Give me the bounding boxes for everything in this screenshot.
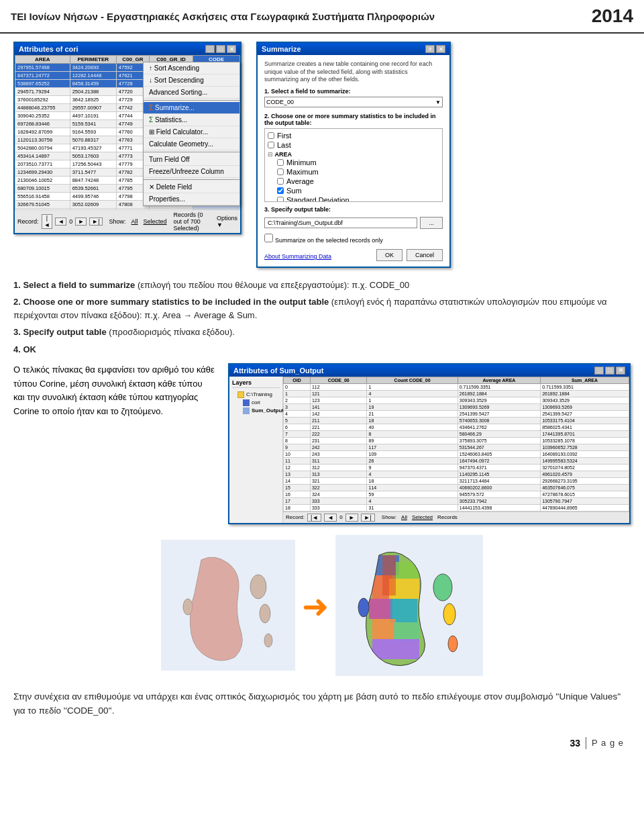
sum-table-row: 14321183211713.4484292668273.3195 [284,477,629,484]
sum-table-row: 11214261892.1884261892.1884 [284,390,629,397]
sum-table-row: 173334305233.79421305790.7947 [284,497,629,504]
so-minimize-btn[interactable]: _ [594,367,604,375]
context-menu-item-6[interactable]: Calculate Geometry... [144,138,239,150]
sum-help-btn[interactable]: ? [425,45,435,53]
layer-path: C:\Training [246,391,272,397]
second-right: Attributes of Sum_Output _ □ ✕ Layers C:… [228,363,631,524]
sum-all[interactable]: All [401,514,407,520]
cancel-button[interactable]: Cancel [407,249,443,261]
summarize-selected-checkbox[interactable] [264,234,273,242]
ok-button[interactable]: OK [376,249,402,261]
page-number: 33 [570,738,580,748]
sum-table-row: 1532211440660202.8600463507646.075 [284,484,629,491]
map-left-svg [161,540,295,671]
all-label[interactable]: All [131,218,138,225]
layer-sum-item[interactable]: Sum_Output [232,407,280,415]
summarize-title-buttons[interactable]: ? ✕ [425,45,445,53]
page-label: P a g e [592,738,624,748]
record-value: 0 [69,218,72,225]
record-label2: Record: [286,514,305,520]
records-info: Records (0 out of 700 Selected) [174,211,211,232]
sum-record-bar: Record: |◄ ◄ 0 ► ►| Show: All Selected R… [283,512,629,523]
minimize-btn[interactable]: _ [205,45,215,53]
layers-title: Layers [232,379,280,388]
so-maximize-btn[interactable]: □ [605,367,614,375]
page-footer: 33 P a g e [0,737,644,763]
step1-label: 1. Select a field to summarize: [264,88,443,95]
bottom-paragraph: Στην συνέχεια αν επιθυμούμε να υπάρχει κ… [13,689,631,718]
sum-prev-btn[interactable]: ◄ [324,514,337,522]
sum-selected[interactable]: Selected [412,514,433,520]
field-select[interactable]: CODE_00 [264,97,443,107]
so-close-btn[interactable]: ✕ [616,367,625,375]
sum-col-code[interactable]: CODE_00 [310,377,367,383]
sum-table-row: 1331341140295.11454961020.4579 [284,471,629,477]
svg-point-2 [260,604,270,623]
map-row: ➜ [13,535,631,679]
about-link[interactable]: About Summarizing Data [264,253,331,260]
dialog-bottom: About Summarizing Data OK Cancel [264,249,443,261]
summarize-selected-row: Summarize on the selected records only [264,234,443,244]
sum-close-btn[interactable]: ✕ [436,45,445,53]
sum-output-titlebar: Attributes of Sum_Output _ □ ✕ [229,365,629,377]
context-menu-item-7[interactable]: Turn Field Off [144,154,239,166]
first-record-btn[interactable]: |◄ [42,214,53,229]
context-menu-item-2[interactable]: Advanced Sorting... [144,87,239,99]
sum-col-count[interactable]: Count CODE_00 [367,377,458,383]
browse-output-btn[interactable]: ... [420,217,443,229]
output-path[interactable]: C:\Training\Sum_Output.dbf [264,218,417,228]
maximize-btn[interactable]: □ [216,45,225,53]
context-menu: ↑ Sort Ascending↓ Sort DescendingAdvance… [143,62,240,206]
svg-point-4 [264,634,272,647]
screenshots-row: Attributes of cori _ □ ✕ AREA PERIMETER [13,42,631,268]
attr-table-nav: Record: |◄ ◄ 0 ► ►| Show: All Selected R… [15,209,240,233]
context-menu-item-0[interactable]: ↑ Sort Ascending [144,62,239,75]
sum-col-oid[interactable]: OID [284,377,311,383]
context-menu-item-10[interactable]: Properties... [144,193,239,205]
options-btn[interactable]: Options ▼ [217,215,237,228]
sum-first-btn[interactable]: |◄ [307,514,321,522]
step3-label: 3. Specify output table: [264,206,443,213]
col-perimeter[interactable]: PERIMETER [70,56,116,64]
second-section-row: Ο τελικός πίνακας θα εμφανίσει τον αριθμ… [13,363,631,524]
header-title: ΤΕΙ Ιονίων Νήσων - Εργαστηριακές Ασκήσει… [11,11,435,22]
arrow-container: ➜ [302,577,329,636]
attr-title-buttons[interactable]: _ □ ✕ [205,45,236,53]
selected-label[interactable]: Selected [144,218,167,225]
sum-next-btn[interactable]: ► [345,514,358,522]
context-menu-item-3[interactable]: Σ Summarize... [144,102,239,114]
text-section-1: 1. Select a field to summarize (επιλογή … [13,279,631,356]
sum-records-label: Records [437,514,458,520]
sum-output-panel: Layers C:\Training cori Sum_Output [229,377,629,523]
sum-table-row: 011210.711599.33510.711599.3351 [284,383,629,390]
summarize-dialog: Summarize ? ✕ Summarize creates a new ta… [256,42,451,268]
text-step4: 4. ΟΚ [13,343,631,356]
sum-table-row: 622140434641.27628586025.4341 [284,424,629,430]
next-record-btn[interactable]: ► [75,218,87,226]
text-step2: 2. Choose one or more summary statistics… [13,295,631,322]
sum-output-title-buttons[interactable]: _ □ ✕ [594,367,625,375]
second-description: Ο τελικός πίνακας θα εμφανίσει τον αριθμ… [13,363,215,419]
context-menu-item-4[interactable]: Σ Statistics... [144,114,239,126]
sum-col-avg[interactable]: Average AREA [458,377,540,383]
context-menu-item-1[interactable]: ↓ Sort Descending [144,75,239,87]
bottom-text: Στην συνέχεια αν επιθυμούμε να υπάρχει κ… [13,689,631,718]
area-group-label: ⊟ AREA [268,150,439,158]
summarize-container: Summarize ? ✕ Summarize creates a new ta… [256,42,451,268]
col-area[interactable]: AREA [15,56,70,64]
area-stats: Minimum Maximum Average Sum Standard Dev… [268,158,439,202]
field-value: CODE_00 [266,99,294,105]
close-btn[interactable]: ✕ [227,45,236,53]
step2-label: 2. Choose one or more summary statistics… [264,113,443,126]
context-menu-item-8[interactable]: Freeze/Unfreeze Column [144,166,239,178]
prev-record-btn[interactable]: ◄ [55,218,66,226]
cori-layer-icon [243,399,250,406]
svg-rect-15 [382,555,396,595]
page-divider [586,737,586,749]
sum-col-sum[interactable]: Sum_AREA [541,377,629,383]
context-menu-item-9[interactable]: ✕ Delete Field [144,181,239,193]
last-record-btn[interactable]: ►| [89,218,102,226]
context-menu-item-5[interactable]: ⊞ Field Calculator... [144,126,239,138]
sum-last-btn[interactable]: ►| [361,514,375,522]
svg-rect-11 [390,599,417,622]
